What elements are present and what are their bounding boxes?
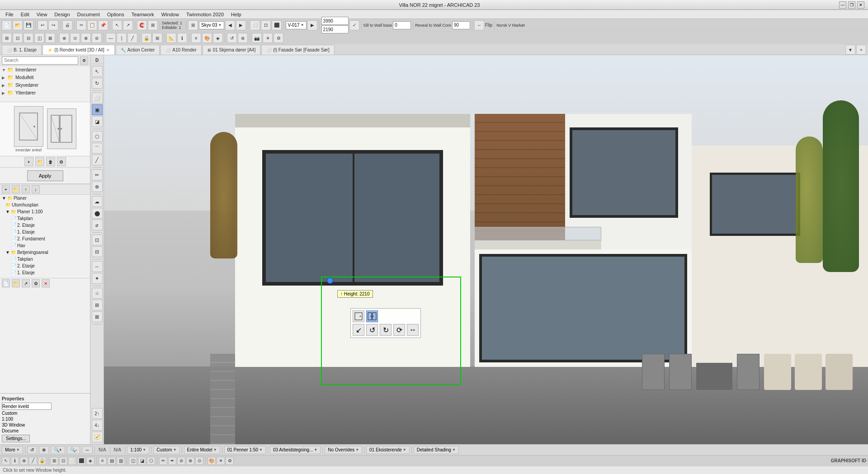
tree-takplan2[interactable]: 📄 Takplan (0, 256, 90, 263)
minimize-button[interactable]: — (839, 1, 846, 9)
lib-innerdorer[interactable]: ▼ 📁 Innerdører (0, 66, 90, 74)
open-btn[interactable]: 📂 (13, 20, 23, 30)
thumb-add-btn[interactable]: + (24, 157, 33, 166)
vtool-plus[interactable]: ⊕ (92, 181, 103, 192)
vtool-zoom-in[interactable]: 2↑ (92, 408, 103, 419)
door-action-1[interactable]: ↙ (353, 324, 364, 336)
vtool-zoom-out[interactable]: 4↓ (92, 420, 103, 431)
section-btn[interactable]: ⊡ (261, 20, 271, 30)
t2-measure[interactable]: 📐 (166, 33, 176, 43)
bt2-selector1[interactable]: ↖ (2, 457, 10, 465)
tree-2etasje2[interactable]: 📄 2. Etasje (0, 263, 90, 269)
t2-snap1[interactable]: ⊕ (59, 33, 69, 43)
zoom-all-btn[interactable]: ⊕ (39, 446, 49, 454)
menu-help[interactable]: Help (227, 11, 245, 18)
vtool-poly[interactable]: ◪ (92, 116, 103, 127)
layer3-btn[interactable]: 01 Eksisterende ▼ (366, 446, 410, 454)
restore-button[interactable]: ❐ (848, 1, 855, 9)
group-btn[interactable]: ⊞ (148, 20, 158, 30)
menu-view[interactable]: View (33, 11, 51, 18)
bt2-tool1[interactable]: ✏ (159, 457, 167, 465)
t2-btn5[interactable]: ⊠ (45, 33, 55, 43)
bt2-nav1[interactable]: ⊞ (50, 457, 58, 465)
view-code-display[interactable]: V-017 ▼ (286, 21, 307, 29)
vtool-cross[interactable]: ✦ (92, 273, 103, 284)
vtool-arrow[interactable]: ↖ (92, 66, 103, 77)
bt2-render3[interactable]: ⚙ (226, 457, 234, 465)
menu-document[interactable]: Document (74, 11, 104, 18)
thumb-folder-btn[interactable]: 📁 (35, 157, 44, 166)
vtool-rotate[interactable]: ↻ (92, 78, 103, 89)
lib-skyvedorer[interactable]: ▶ 📁 Skyvedører (0, 81, 90, 89)
bt2-lock[interactable]: 🔒 (38, 457, 46, 465)
zoom-in-btn[interactable]: 🔍+ (51, 446, 65, 454)
thumb-settings-btn[interactable]: ⚙ (57, 157, 66, 166)
t2-btn3[interactable]: ⊟ (24, 33, 33, 43)
menu-twinmotion[interactable]: Twinmotion 2020 (183, 11, 227, 18)
tree-folder-btn[interactable]: 📁 (12, 185, 20, 193)
vtool-table2[interactable]: ⊠ (92, 311, 103, 322)
arrow-tool[interactable]: ↗ (123, 20, 133, 30)
overrides-btn[interactable]: No Overrides ▼ (325, 446, 362, 454)
door-action-4[interactable]: ⟳ (393, 324, 405, 336)
dim1-input[interactable]: 3990 (321, 17, 349, 25)
vtool-move[interactable]: ↔ (92, 261, 103, 272)
vtool-pencil[interactable]: ✏ (92, 169, 103, 180)
vtool-star[interactable]: ☆ (92, 288, 103, 299)
view-name-display[interactable]: Skyv 03 ▼ (199, 21, 224, 29)
t2-3d-orbit[interactable]: ⊛ (238, 33, 248, 43)
bt2-tool2[interactable]: ✒ (168, 457, 176, 465)
menu-design[interactable]: Design (51, 11, 73, 18)
new-btn[interactable]: 📄 (2, 20, 12, 30)
print-btn[interactable]: 🖨 (62, 20, 72, 30)
tree-settings2[interactable]: ⚙ (32, 279, 40, 287)
viewport[interactable]: ↙ ↺ ↻ ⟳ ↔ ↑ Height: 2210 (104, 55, 868, 444)
t2-guide2[interactable]: | (117, 33, 127, 43)
menu-window[interactable]: Window (158, 11, 183, 18)
tab-close-render[interactable]: ✕ (106, 48, 110, 52)
dim-confirm-btn[interactable]: ✓ (349, 20, 359, 30)
vtool-line[interactable]: ╱ (92, 155, 103, 165)
tab-b1etasje[interactable]: ⬜ B. 1. Etasje (2, 45, 42, 55)
bt2-layer-b[interactable]: ▤ (108, 457, 116, 465)
t2-sun[interactable]: ☀ (263, 33, 273, 43)
window-controls[interactable]: — ❐ ✕ (839, 1, 864, 9)
bt2-snap[interactable]: ⊕ (20, 457, 28, 465)
thumbnail-innerdor-enkel[interactable] (14, 106, 43, 147)
apply-button[interactable]: Apply (27, 170, 63, 181)
vtool-rect[interactable]: ⬜ (92, 93, 103, 103)
tree-folder-new[interactable]: 📁 (12, 279, 20, 287)
bt2-nav2[interactable]: ⊡ (59, 457, 67, 465)
tree-delete[interactable]: ✕ (42, 279, 50, 287)
bt2-tool3[interactable]: ⊘ (177, 457, 185, 465)
flip-btn[interactable]: ↔ (474, 20, 484, 30)
bt2-tool4[interactable]: ⊛ (186, 457, 194, 465)
layer2-btn[interactable]: 03 Arbeidstegning... ▼ (270, 446, 321, 454)
tree-2fundament[interactable]: 📄 2. Fundament (0, 235, 90, 242)
t2-snap3[interactable]: ⊗ (81, 33, 91, 43)
bt2-guide[interactable]: ╱ (29, 457, 37, 465)
bt2-nav3[interactable]: ⬜ (68, 457, 76, 465)
view-list-btn[interactable]: ⊞ (188, 20, 198, 30)
bt2-layer-c[interactable]: ▥ (117, 457, 125, 465)
t2-btn1[interactable]: ⊞ (2, 33, 12, 43)
thumb-delete-btn[interactable]: 🗑 (46, 157, 55, 166)
tree-takplan1[interactable]: 📄 Takplan (0, 215, 90, 222)
floor-plan-btn[interactable]: ⬜ (250, 20, 260, 30)
search-button[interactable]: ⚙ (80, 56, 88, 65)
redo-btn[interactable]: ↪ (48, 20, 58, 30)
vtool-circle[interactable]: ⬤ (92, 208, 103, 219)
t2-grid[interactable]: ⊞ (152, 33, 162, 43)
tab-overflow-btn[interactable]: ▼ (845, 45, 855, 55)
menu-file[interactable]: File (2, 11, 17, 18)
lib-modulfelt[interactable]: ▶ 📁 Modulfelt (0, 74, 90, 81)
search-input[interactable] (2, 56, 78, 65)
t2-btn2[interactable]: ⊡ (13, 33, 23, 43)
vtool-hex[interactable]: ⬡ (92, 131, 103, 142)
bt2-info[interactable]: ℹ (11, 457, 19, 465)
door-action-2[interactable]: ↺ (366, 324, 378, 336)
tree-planer100[interactable]: ▼ 📁 Planer 1:100 (0, 208, 90, 215)
thumbnail-door2[interactable] (47, 108, 76, 149)
3d-btn[interactable]: ⬛ (272, 20, 282, 30)
t2-settings[interactable]: ⚙ (274, 33, 283, 43)
